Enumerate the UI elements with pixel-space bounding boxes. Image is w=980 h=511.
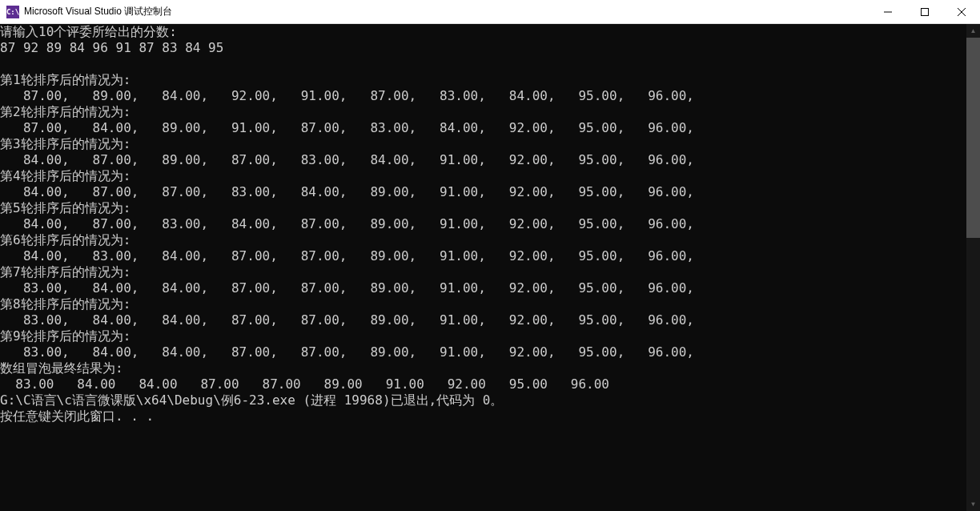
close-button[interactable] <box>943 0 980 23</box>
maximize-icon <box>921 8 929 16</box>
vertical-scrollbar[interactable]: ▲ ▼ <box>966 24 980 511</box>
app-icon: C:\ <box>6 6 19 18</box>
close-icon <box>958 8 966 16</box>
console-area: 请输入10个评委所给出的分数: 87 92 89 84 96 91 87 83 … <box>0 24 980 511</box>
scroll-down-arrow-icon[interactable]: ▼ <box>966 497 980 511</box>
svg-rect-1 <box>922 8 929 15</box>
scroll-up-arrow-icon[interactable]: ▲ <box>966 24 980 38</box>
minimize-button[interactable] <box>870 0 906 23</box>
console-output[interactable]: 请输入10个评委所给出的分数: 87 92 89 84 96 91 87 83 … <box>0 24 966 511</box>
window-title: Microsoft Visual Studio 调试控制台 <box>24 5 870 18</box>
titlebar: C:\ Microsoft Visual Studio 调试控制台 <box>0 0 980 24</box>
scrollbar-thumb[interactable] <box>966 38 980 238</box>
minimize-icon <box>884 8 892 16</box>
window-controls <box>870 0 980 23</box>
maximize-button[interactable] <box>906 0 943 23</box>
